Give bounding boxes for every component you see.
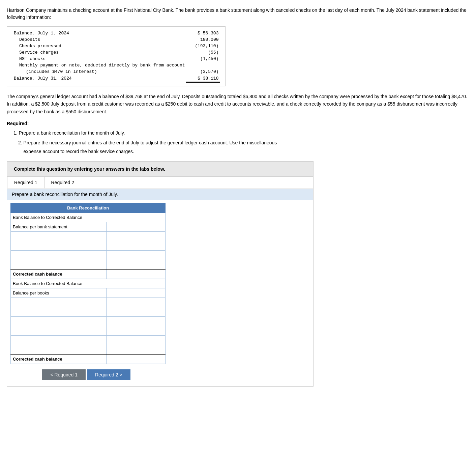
complete-box: Complete this question by entering your … bbox=[7, 161, 314, 177]
book-input-4[interactable] bbox=[107, 326, 166, 335]
book-empty-label-2 bbox=[11, 307, 107, 316]
book-row-4 bbox=[11, 326, 166, 335]
book-balance-input[interactable] bbox=[109, 290, 163, 295]
required-label: Required: bbox=[7, 121, 469, 126]
bank-balance-input-cell[interactable] bbox=[107, 222, 166, 231]
book-row-2 bbox=[11, 307, 166, 316]
bank-empty-label-1 bbox=[11, 231, 107, 241]
book-input-6[interactable] bbox=[107, 345, 166, 354]
bottom-nav: < Required 1 Required 2 > bbox=[10, 364, 162, 383]
bank-row-3 bbox=[11, 250, 166, 260]
bank-input-2[interactable] bbox=[107, 241, 166, 250]
required-item-1: 1. Prepare a bank reconciliation for the… bbox=[13, 129, 469, 137]
book-field-4[interactable] bbox=[109, 328, 163, 333]
book-empty-label-4 bbox=[11, 326, 107, 335]
book-input-3[interactable] bbox=[107, 316, 166, 326]
bank-row-2 bbox=[11, 241, 166, 250]
book-row-5 bbox=[11, 335, 166, 345]
bank-empty-label-3 bbox=[11, 250, 107, 260]
required-item-2: 2. Prepare the necessary journal entries… bbox=[13, 139, 469, 156]
reconciliation-table: Bank Reconciliation Bank Balance to Corr… bbox=[10, 203, 166, 364]
bank-balance-input[interactable] bbox=[109, 224, 163, 229]
complete-box-text: Complete this question by entering your … bbox=[14, 166, 165, 172]
corrected-balance-2-label: Corrected cash balance bbox=[11, 354, 107, 364]
corrected-balance-1-input[interactable] bbox=[109, 272, 163, 277]
bank-statement-table: Balance, July 1, 2024 $ 56,303 Deposits … bbox=[7, 26, 226, 86]
book-field-5[interactable] bbox=[109, 338, 163, 343]
bank-balance-label: Balance per bank statement bbox=[11, 222, 107, 231]
section1-header-row: Bank Balance to Corrected Balance bbox=[11, 213, 166, 222]
book-field-6[interactable] bbox=[109, 347, 163, 352]
book-empty-label-5 bbox=[11, 335, 107, 345]
book-empty-label-3 bbox=[11, 316, 107, 326]
book-balance-row: Balance per books bbox=[11, 288, 166, 298]
tab-instruction: Prepare a bank reconciliation for the mo… bbox=[7, 189, 313, 200]
bank-balance-row: Balance per bank statement bbox=[11, 222, 166, 231]
bank-empty-label-4 bbox=[11, 260, 107, 269]
book-input-1[interactable] bbox=[107, 298, 166, 307]
section1-header: Bank Balance to Corrected Balance bbox=[11, 213, 166, 222]
book-field-2[interactable] bbox=[109, 309, 163, 314]
book-row-1 bbox=[11, 298, 166, 307]
book-empty-label-6 bbox=[11, 345, 107, 354]
book-balance-label: Balance per books bbox=[11, 288, 107, 298]
book-row-3 bbox=[11, 316, 166, 326]
book-input-5[interactable] bbox=[107, 335, 166, 345]
corrected-balance-1-input-cell[interactable] bbox=[107, 269, 166, 279]
bank-row-1 bbox=[11, 231, 166, 241]
section2-header-row: Book Balance to Corrected Balance bbox=[11, 279, 166, 288]
corrected-balance-2-row: Corrected cash balance bbox=[11, 354, 166, 364]
bank-row-4 bbox=[11, 260, 166, 269]
book-row-6 bbox=[11, 345, 166, 354]
bank-input-1[interactable] bbox=[107, 231, 166, 241]
reconciliation-wrapper: Bank Reconciliation Bank Balance to Corr… bbox=[7, 200, 162, 386]
intro-paragraph: Harrison Company maintains a checking ac… bbox=[7, 7, 469, 21]
corrected-balance-2-input-cell[interactable] bbox=[107, 354, 166, 364]
tabs-row: Required 1 Required 2 bbox=[7, 177, 313, 189]
recon-header: Bank Reconciliation bbox=[11, 203, 166, 213]
bank-input-4[interactable] bbox=[107, 260, 166, 269]
tab-required2[interactable]: Required 2 bbox=[44, 177, 82, 189]
section2-header: Book Balance to Corrected Balance bbox=[11, 279, 166, 288]
corrected-balance-1-row: Corrected cash balance bbox=[11, 269, 166, 279]
bank-field-1[interactable] bbox=[109, 234, 163, 239]
book-balance-input-cell[interactable] bbox=[107, 288, 166, 298]
book-field-1[interactable] bbox=[109, 300, 163, 305]
bank-empty-label-2 bbox=[11, 241, 107, 250]
book-field-3[interactable] bbox=[109, 319, 163, 324]
corrected-balance-2-input[interactable] bbox=[109, 357, 163, 362]
next-button[interactable]: Required 2 > bbox=[87, 369, 130, 380]
tabs-container: Required 1 Required 2 Prepare a bank rec… bbox=[7, 177, 314, 387]
bank-input-3[interactable] bbox=[107, 250, 166, 260]
corrected-balance-1-label: Corrected cash balance bbox=[11, 269, 107, 279]
tab-required1[interactable]: Required 1 bbox=[7, 177, 44, 189]
recon-title: Bank Reconciliation bbox=[11, 203, 166, 213]
book-empty-label-1 bbox=[11, 298, 107, 307]
tab-content: Prepare a bank reconciliation for the mo… bbox=[7, 189, 313, 386]
required-list: 1. Prepare a bank reconciliation for the… bbox=[13, 129, 469, 156]
prev-button[interactable]: < Required 1 bbox=[42, 369, 86, 380]
bank-field-3[interactable] bbox=[109, 253, 163, 258]
bank-field-2[interactable] bbox=[109, 243, 163, 248]
description-paragraph: The company's general ledger account had… bbox=[7, 93, 469, 115]
bank-field-4[interactable] bbox=[109, 262, 163, 267]
book-input-2[interactable] bbox=[107, 307, 166, 316]
